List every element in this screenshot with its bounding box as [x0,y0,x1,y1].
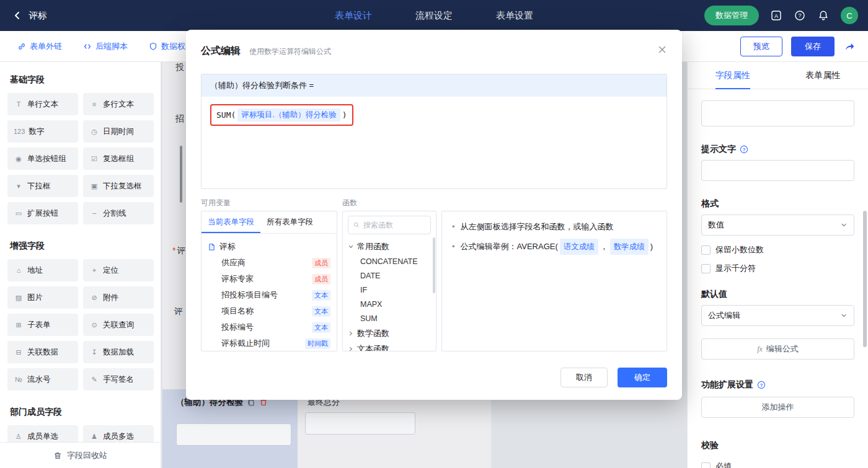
hint-text-input[interactable] [701,160,854,181]
field-item-multi-line-text[interactable]: ≡多行文本 [83,93,154,115]
format-select[interactable]: 数值 [701,214,854,236]
tab-all-form-fields[interactable]: 所有表单字段 [260,211,319,233]
field-item-extend-button[interactable]: ▭扩展按钮 [7,202,78,224]
keep-decimal-checkbox[interactable] [701,245,711,255]
data-manage-button[interactable]: 数据管理 [704,6,759,25]
variable-item[interactable]: 项目名称文本 [208,303,330,319]
field-item-datetime[interactable]: ◷日期时间 [83,120,154,143]
chevron-down-icon [348,244,354,250]
related-data-icon: ⊟ [14,348,24,356]
field-item-data-load[interactable]: ↧数据加载 [83,341,154,363]
tab-form-properties[interactable]: 表单属性 [778,62,868,89]
field-item-dropdown[interactable]: ▾下拉框 [7,175,78,197]
text-icon: T [14,100,24,108]
functions-scrollbar[interactable] [433,237,435,293]
variable-item[interactable]: 投标编号文本 [208,319,330,335]
formula-expression-highlight[interactable]: SUM( 评标项目.（辅助）得分检验 ) [210,104,353,126]
field-item-related-query[interactable]: ⊙关联查询 [83,314,154,336]
field-item-radio-group[interactable]: ◉单选按钮组 [7,148,78,170]
field-item-single-line-text[interactable]: T单行文本 [7,93,78,115]
field-item-divider[interactable]: ╌分割线 [83,202,154,224]
field-item-related-data[interactable]: ⊟关联数据 [7,341,78,363]
field-item-number[interactable]: 123数字 [7,120,78,143]
field-type-badge: 成员 [312,274,330,285]
function-item[interactable]: MAPX [348,297,431,311]
properties-scrollbar[interactable] [863,211,867,347]
function-group-text[interactable]: 文本函数 [348,341,431,351]
function-search-input[interactable] [363,221,425,229]
function-search[interactable] [348,216,431,234]
function-item[interactable]: CONCATENATE [348,254,431,268]
selected-field-block[interactable]: （辅助）得分检验 [162,389,298,468]
help-icon[interactable]: ? [794,9,806,22]
field-item-image[interactable]: ▨图片 [7,286,78,309]
canvas-scrollbar[interactable] [180,146,182,203]
user-avatar[interactable]: C [841,7,858,24]
variable-item[interactable]: 供应商成员 [208,255,330,271]
add-action-button[interactable]: 添加操作 [701,397,854,418]
field-item-multi-dropdown[interactable]: ▣下拉复选框 [83,175,154,197]
translate-icon[interactable]: A [770,9,782,22]
confirm-button[interactable]: 确定 [618,368,667,387]
backend-script-link[interactable]: 后端脚本 [83,41,128,52]
field-type-badge: 文本 [312,322,330,333]
field-item-attachment[interactable]: ⊘附件 [83,286,154,309]
field-item-checkbox-group[interactable]: ☑复选框组 [83,148,154,170]
member-multi-icon: ♟ [89,433,99,441]
required-checkbox-row[interactable]: 必填 [701,461,854,468]
top-navbar: 评标 表单设计 流程设定 表单设置 数据管理 A ? C [0,0,868,31]
notification-bell-icon[interactable] [817,9,830,22]
tab-field-properties[interactable]: 字段属性 [688,62,778,89]
thousand-separator-checkbox-row[interactable]: 显示千分符 [701,263,854,274]
formula-target-label: （辅助）得分检验判断条件 = [202,74,666,97]
default-value-select[interactable]: 公式编辑 [701,305,854,326]
function-item[interactable]: SUM [348,311,431,325]
chevron-down-icon [840,221,848,229]
share-icon[interactable] [843,40,856,53]
required-checkbox[interactable] [701,462,711,468]
preview-button[interactable]: 预览 [740,37,782,56]
function-group-common[interactable]: 常用函数 [348,239,431,254]
field-item-subform[interactable]: ⊞子表单 [7,314,78,336]
tab-form-design[interactable]: 表单设计 [335,10,372,22]
hint-help-icon[interactable]: ? [740,145,748,154]
form-external-link[interactable]: 表单外链 [17,41,62,52]
edit-formula-button[interactable]: fx 编辑公式 [701,338,854,360]
field-recycle-bin[interactable]: 字段回收站 [0,442,161,468]
dialog-subtitle: 使用数学运算符编辑公式 [249,46,331,57]
section-title-member-fields: 部门成员字段 [10,407,151,418]
variables-root-node[interactable]: 评标 [208,239,330,255]
back-icon[interactable] [11,9,24,22]
extension-help-icon[interactable]: ? [757,381,766,389]
function-group-math[interactable]: 数学函数 [348,325,431,341]
tab-current-form-fields[interactable]: 当前表单字段 [202,211,260,233]
formula-editor[interactable]: （辅助）得分检验判断条件 = SUM( 评标项目.（辅助）得分检验 ) [201,74,667,189]
fx-icon: fx [757,345,763,354]
tab-flow-setting[interactable]: 流程设定 [415,10,453,22]
formula-field-token[interactable]: 评标项目.（辅助）得分检验 [237,108,340,121]
field-item-address[interactable]: ⌂地址 [7,259,78,281]
variable-item[interactable]: 评标专家成员 [208,271,330,287]
thousand-separator-checkbox[interactable] [701,264,711,273]
variable-item[interactable]: 招投标项目编号文本 [208,287,330,303]
field-item-location[interactable]: ⌖定位 [83,259,154,281]
save-button[interactable]: 保存 [791,37,835,56]
field-item-signature[interactable]: ✎手写签名 [83,368,154,391]
image-icon: ▨ [14,294,24,302]
keep-decimal-checkbox-row[interactable]: 保留小数位数 [701,244,854,255]
variable-item[interactable]: 评标截止时间时间戳 [208,335,330,351]
code-icon [83,42,92,51]
tab-form-setting[interactable]: 表单设置 [496,10,533,22]
final-score-input[interactable] [305,412,415,435]
serial-icon: № [14,376,24,383]
functions-section-label: 函数 [342,198,436,211]
selected-field-input[interactable] [176,423,291,446]
function-item[interactable]: IF [348,283,431,297]
field-title-input[interactable] [701,100,854,126]
cancel-button[interactable]: 取消 [560,368,608,387]
location-icon: ⌖ [89,267,99,275]
field-item-serial-number[interactable]: №流水号 [7,368,78,391]
function-item[interactable]: DATE [348,268,431,283]
close-icon[interactable] [656,43,668,56]
formula-function-name: SUM( [216,110,236,120]
